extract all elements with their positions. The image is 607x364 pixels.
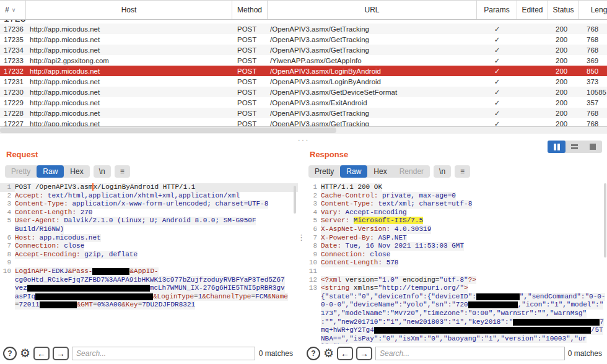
response-match-count: 0 matches: [568, 349, 607, 358]
line-number: [0, 284, 15, 293]
code-line: 3Content-Type: application/x-www-form-ur…: [0, 200, 298, 209]
cell-host: http://app.micodus.net: [26, 89, 232, 96]
request-editor[interactable]: 1POST /OpenAPIV3.asmx/LoginByAndroid HTT…: [0, 183, 298, 344]
partial-scrolled-row: 17237http://app.micodus.netPOST/OpenAPIV…: [0, 20, 607, 24]
cell-id: 17231: [0, 78, 26, 85]
menu-button[interactable]: ≡: [455, 165, 470, 178]
table-row[interactable]: 17230http://app.micodus.netPOST/OpenAPIV…: [0, 87, 607, 97]
tab-raw[interactable]: Raw: [340, 165, 367, 178]
cell-host: http://app.micodus.net: [26, 110, 232, 117]
table-row[interactable]: 17233http://api2.gpsxitong.comPOST/Yiwen…: [0, 55, 607, 66]
request-search-bar: ? ⚙ ← → 0 matches: [0, 344, 298, 363]
request-tabs: PrettyRawHex\n≡: [5, 165, 130, 178]
code-line: Build/R16NW): [0, 225, 298, 234]
column-header-edited[interactable]: Edited: [517, 1, 548, 19]
table-row[interactable]: 17231http://app.micodus.netPOST/OpenAPIV…: [0, 76, 607, 87]
response-vertical-scrollbar[interactable]: [604, 183, 606, 258]
response-editor[interactable]: 1HTTP/1.1 200 OK2Cache-Control: private,…: [304, 183, 607, 345]
table-row[interactable]: 17228http://app.micodus.netPOST/OpenAPIV…: [0, 108, 607, 118]
gear-icon[interactable]: ⚙: [20, 347, 30, 360]
cell-host: http://app.micodus.net: [26, 46, 232, 54]
scrollbar-thumb[interactable]: [0, 128, 336, 133]
column-header-method[interactable]: Method: [232, 1, 268, 19]
cell-host: http://app.micodus.net: [26, 99, 232, 106]
code-line: cg0oHtd_RCikeFjq7ZFBD7%3AAPA91bHKWK13c97…: [0, 276, 298, 285]
table-row[interactable]: 17229http://app.micodus.netPOST/OpenAPIV…: [0, 97, 607, 108]
line-number: 8: [304, 242, 321, 251]
single-layout-button[interactable]: [584, 141, 602, 153]
line-number: 3: [0, 200, 15, 209]
help-icon[interactable]: ?: [307, 347, 320, 360]
code-line: {"state":"0","deviceInfo":{"deviceID":",…: [304, 293, 607, 301]
line-number: 3: [304, 200, 321, 209]
column-header-status[interactable]: Status: [548, 1, 579, 19]
column-header-url[interactable]: URL: [268, 1, 477, 19]
cell-url: /OpenAPIV3.asmx/ExitAndroid: [268, 99, 477, 106]
newline-toggle-button[interactable]: \n: [94, 165, 111, 178]
code-line: 13<string xmlns="http://tempuri.org/">: [304, 284, 607, 293]
prev-match-button[interactable]: ←: [337, 347, 353, 360]
help-icon[interactable]: ?: [3, 347, 17, 360]
tab-hex[interactable]: Hex: [64, 165, 89, 178]
redaction-box: [468, 301, 518, 308]
gear-icon[interactable]: ⚙: [323, 347, 334, 360]
cell-host: http://api2.gpsxitong.com: [26, 57, 232, 64]
cell-status: 200: [548, 78, 579, 85]
line-number: 2: [304, 192, 321, 201]
panel-layout-buttons: [548, 141, 602, 153]
code-line: 4Content-Length: 270: [0, 209, 298, 217]
redaction-box: [35, 293, 153, 300]
columns-layout-button[interactable]: [548, 141, 566, 153]
table-header-row: # ∨ Host Method URL Params Edited Status…: [0, 0, 607, 20]
cell-url: /OpenAPIV3.asmx/GetTracking: [268, 46, 477, 54]
table-row[interactable]: 17232http://app.micodus.netPOST/OpenAPIV…: [0, 66, 607, 76]
table-row[interactable]: 17234http://app.micodus.netPOST/OpenAPIV…: [0, 45, 607, 55]
tab-hex[interactable]: Hex: [367, 165, 393, 178]
cell-method: POST: [232, 89, 268, 96]
column-header-length[interactable]: Length: [579, 1, 607, 19]
column-header-id[interactable]: # ∨: [0, 1, 26, 19]
column-header-params[interactable]: Params: [477, 1, 517, 19]
request-vertical-scrollbar[interactable]: [294, 186, 296, 214]
code-line: 6Host: app.micodus.net: [0, 234, 298, 243]
menu-button[interactable]: ≡: [115, 165, 130, 178]
single-layout-icon: [590, 144, 596, 150]
code-line: 4Vary: Accept-Encoding: [304, 209, 607, 217]
code-line: 2Cache-Control: private, max-age=0: [304, 192, 607, 201]
cell-host: http://app.micodus.net: [26, 78, 232, 85]
code-line: 10Content-Length: 578: [304, 259, 607, 267]
prev-match-button[interactable]: ←: [33, 347, 50, 360]
horizontal-splitter[interactable]: ···: [0, 134, 607, 140]
next-match-button[interactable]: →: [356, 347, 372, 360]
line-number: 10: [304, 259, 321, 267]
splitter-handle-icon[interactable]: ···: [298, 135, 310, 144]
line-number: 6: [304, 225, 321, 234]
table-row[interactable]: 17237http://app.micodus.netPOST/OpenAPIV…: [0, 20, 607, 24]
rows-layout-button[interactable]: [566, 141, 583, 153]
line-number: [0, 276, 15, 285]
newline-toggle-button[interactable]: \n: [434, 165, 451, 178]
next-match-button[interactable]: →: [53, 347, 69, 360]
tab-render[interactable]: Render: [393, 165, 430, 178]
tab-pretty[interactable]: Pretty: [308, 165, 340, 178]
code-line: asPIq&LoginType=1&ChannelType=FCM&Name: [0, 293, 298, 301]
line-number: 9: [0, 259, 15, 267]
sort-indicator-icon: ∨: [12, 7, 16, 13]
cell-id: 17236: [0, 25, 26, 33]
response-search-input[interactable]: [375, 347, 565, 360]
line-number: 10: [0, 267, 15, 276]
cell-params: ✓: [477, 109, 517, 118]
cell-params: ✓: [477, 77, 517, 86]
cell-url: /OpenAPIV3.asmx/LoginByAndroid: [268, 78, 477, 85]
table-row[interactable]: 17235http://app.micodus.netPOST/OpenAPIV…: [0, 34, 607, 45]
cell-status: 200: [548, 67, 579, 75]
tab-raw[interactable]: Raw: [37, 165, 64, 178]
code-line: 8Date: Tue, 16 Nov 2021 11:53:03 GMT: [304, 242, 607, 251]
request-search-input[interactable]: [72, 347, 255, 360]
line-number: 7: [0, 242, 15, 251]
tab-pretty[interactable]: Pretty: [5, 165, 37, 178]
column-header-host[interactable]: Host: [26, 1, 232, 19]
table-row[interactable]: 17236http://app.micodus.netPOST/OpenAPIV…: [0, 24, 607, 34]
line-number: 1: [304, 183, 321, 192]
tab-group: PrettyRawHex: [5, 165, 90, 178]
